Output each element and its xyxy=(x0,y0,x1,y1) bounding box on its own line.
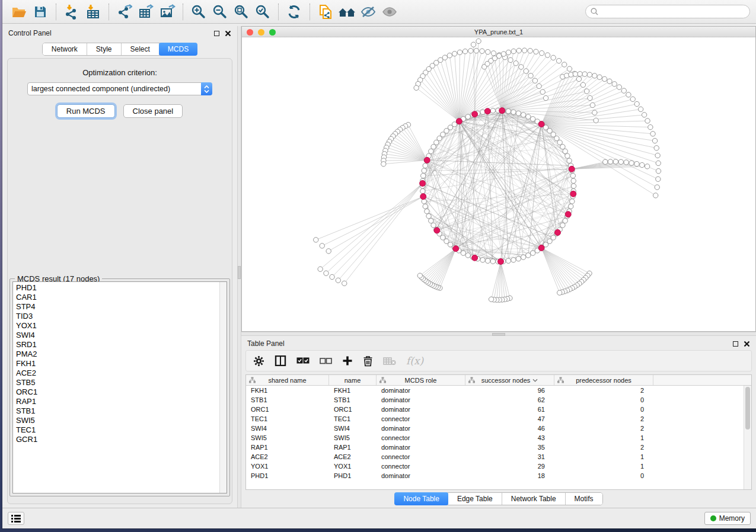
table-row[interactable]: SWI4SWI4dominator462 xyxy=(246,424,751,433)
tab-select[interactable]: Select xyxy=(122,43,160,55)
status-list-button[interactable] xyxy=(8,512,24,525)
column-label: shared name xyxy=(268,377,306,384)
export-table-button[interactable] xyxy=(135,2,157,21)
table-tab-network-table[interactable]: Network Table xyxy=(502,493,566,505)
export-image-button[interactable] xyxy=(157,2,178,21)
column-header-MCDS-role[interactable]: MCDS role xyxy=(377,375,465,385)
zoom-fit-button[interactable] xyxy=(231,2,252,21)
cell-predecessor-nodes: 0 xyxy=(554,406,653,413)
table-row[interactable]: FKH1FKH1dominator962 xyxy=(246,386,751,395)
network-window-titlebar[interactable]: YPA_prune.txt_1 xyxy=(242,27,755,37)
cell-shared-name: PHD1 xyxy=(246,472,329,479)
run-mcds-button[interactable]: Run MCDS xyxy=(57,104,115,118)
float-panel-icon[interactable] xyxy=(214,31,219,36)
maximize-window-icon[interactable] xyxy=(269,29,276,36)
select-all-icon[interactable] xyxy=(296,357,310,365)
import-network-icon xyxy=(64,4,79,20)
mcds-result-item[interactable]: ORC1 xyxy=(16,387,227,397)
table-toolbar: f(x) xyxy=(245,350,752,371)
mcds-result-item[interactable]: TID3 xyxy=(16,312,227,321)
refresh-view-button[interactable] xyxy=(283,2,305,21)
table-row[interactable]: TEC1TEC1connector472 xyxy=(246,414,751,424)
mcds-result-item[interactable]: YOX1 xyxy=(16,321,227,331)
mcds-result-item[interactable]: STB1 xyxy=(16,406,227,416)
table-row[interactable]: YOX1YOX1connector291 xyxy=(246,462,751,471)
mcds-result-item[interactable]: TEC1 xyxy=(16,425,227,435)
network-window-title: YPA_prune.txt_1 xyxy=(474,28,523,36)
table-row[interactable]: ACE2ACE2connector311 xyxy=(246,452,751,462)
open-file-button[interactable] xyxy=(8,2,30,21)
mcds-result-item[interactable]: SWI5 xyxy=(16,416,227,425)
toolbar-separator xyxy=(56,4,56,20)
table-header-row: shared namename MCDS role successor node… xyxy=(246,375,751,386)
scrollbar-thumb[interactable] xyxy=(745,387,750,430)
memory-button[interactable]: Memory xyxy=(704,512,751,525)
column-header-name[interactable]: name xyxy=(329,375,377,385)
mcds-result-item[interactable]: SWI4 xyxy=(16,331,227,340)
toolbar-separator xyxy=(278,4,279,20)
column-header-successor-nodes[interactable]: successor nodes xyxy=(465,375,554,385)
cell-shared-name: TEC1 xyxy=(246,415,329,422)
table-row[interactable]: RAP1RAP1dominator352 xyxy=(246,443,751,452)
column-header-predecessor-nodes[interactable]: predecessor nodes xyxy=(554,375,653,385)
cell-predecessor-nodes: 2 xyxy=(554,425,653,432)
splitter-grip[interactable] xyxy=(238,266,241,279)
mcds-result-item[interactable]: FKH1 xyxy=(16,359,227,368)
mcds-list-scrollbar[interactable] xyxy=(219,282,227,493)
mcds-result-item[interactable]: STB5 xyxy=(16,378,227,387)
network-canvas[interactable] xyxy=(242,37,755,331)
mcds-result-item[interactable]: SRD1 xyxy=(16,340,227,350)
table-row[interactable]: STB1STB1dominator620 xyxy=(246,395,751,405)
add-column-icon[interactable] xyxy=(342,355,353,366)
show-all-button[interactable] xyxy=(379,2,400,21)
mcds-result-item[interactable]: ACE2 xyxy=(16,368,227,378)
function-builder-icon-disabled: f(x) xyxy=(406,355,423,367)
table-row[interactable]: ORC1ORC1dominator610 xyxy=(246,405,751,414)
table-tab-motifs[interactable]: Motifs xyxy=(566,493,602,505)
table-settings-gear-icon[interactable] xyxy=(253,355,264,367)
zoom-selected-button[interactable] xyxy=(252,2,273,21)
horizontal-splitter[interactable] xyxy=(241,332,756,336)
export-network-button[interactable] xyxy=(114,2,135,21)
import-table-button[interactable] xyxy=(82,2,104,21)
vertical-splitter[interactable] xyxy=(237,26,241,508)
mcds-result-item[interactable]: PMA2 xyxy=(16,350,227,359)
zoom-out-button[interactable] xyxy=(209,2,231,21)
delete-column-icon[interactable] xyxy=(363,355,373,367)
save-session-button[interactable] xyxy=(30,2,51,21)
table-tab-node-table[interactable]: Node Table xyxy=(394,492,449,505)
minimize-window-icon[interactable] xyxy=(258,29,264,36)
mcds-result-item[interactable]: RAP1 xyxy=(16,397,227,406)
zoom-in-button[interactable] xyxy=(188,2,209,21)
table-row[interactable]: PHD1PHD1dominator180 xyxy=(246,471,751,480)
mcds-result-item[interactable]: GCR1 xyxy=(16,435,227,444)
home-view-button[interactable] xyxy=(336,2,358,21)
mcds-result-item[interactable]: PHD1 xyxy=(16,283,227,293)
column-header-shared-name[interactable]: shared name xyxy=(246,375,329,385)
close-panel-button[interactable]: Close panel xyxy=(123,104,183,118)
mcds-result-item[interactable]: STP4 xyxy=(16,302,227,312)
table-scrollbar[interactable] xyxy=(744,386,751,489)
tab-network[interactable]: Network xyxy=(43,43,87,55)
search-input[interactable] xyxy=(601,8,745,16)
table-row[interactable]: SWI5SWI5connector431 xyxy=(246,433,751,443)
tab-style[interactable]: Style xyxy=(87,43,122,55)
optimization-criterion-select[interactable]: largest connected component (undirected) xyxy=(27,82,212,95)
splitter-grip[interactable] xyxy=(492,333,505,336)
cell-MCDS-role: dominator xyxy=(377,396,465,403)
mcds-result-item[interactable]: CAR1 xyxy=(16,293,227,302)
import-network-button[interactable] xyxy=(61,2,82,21)
table-tab-edge-table[interactable]: Edge Table xyxy=(448,493,502,505)
clone-network-button[interactable] xyxy=(315,2,336,21)
mcds-result-list[interactable]: PHD1CAR1STP4TID3YOX1SWI4SRD1PMA2FKH1ACE2… xyxy=(12,281,227,493)
cell-MCDS-role: dominator xyxy=(377,444,465,451)
hide-selected-button[interactable] xyxy=(358,2,379,21)
float-panel-icon[interactable] xyxy=(733,341,738,347)
close-panel-icon[interactable] xyxy=(225,30,231,37)
table-panel-tabs: Node TableEdge TableNetwork TableMotifs xyxy=(394,492,602,505)
close-panel-icon[interactable] xyxy=(744,341,750,347)
close-window-icon[interactable] xyxy=(247,29,253,36)
deselect-all-icon[interactable] xyxy=(320,357,332,365)
tab-mcds[interactable]: MCDS xyxy=(159,43,197,56)
show-column-icon[interactable] xyxy=(275,355,286,366)
